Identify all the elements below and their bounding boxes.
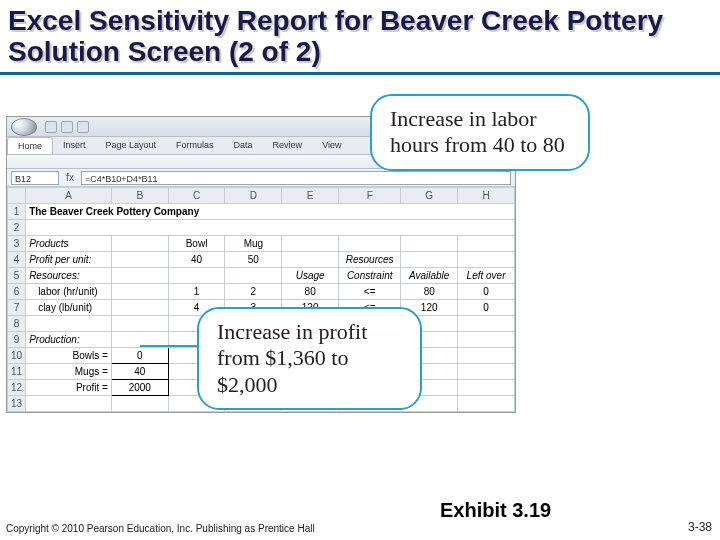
cell-A12[interactable]: Profit = [26, 380, 112, 396]
tab-home[interactable]: Home [7, 137, 53, 154]
cell-A9[interactable]: Production: [26, 332, 112, 348]
cell-F4[interactable]: Resources [339, 252, 401, 268]
cell-A3[interactable]: Products [26, 236, 112, 252]
slide-title-2: Solution Screen (2 of 2) [8, 36, 321, 67]
formula-bar[interactable]: =C4*B10+D4*B11 [81, 171, 511, 185]
callout-profit: Increase in profit from $1,360 to $2,000 [197, 307, 422, 410]
col-C[interactable]: C [168, 188, 225, 204]
cell-A10[interactable]: Bowls = [26, 348, 112, 364]
cell-H6[interactable]: 0 [458, 284, 515, 300]
cell-C6[interactable]: 1 [168, 284, 225, 300]
cell-E5[interactable]: Usage [282, 268, 339, 284]
cell-H5[interactable]: Left over [458, 268, 515, 284]
col-F[interactable]: F [339, 188, 401, 204]
cell-C4[interactable]: 40 [168, 252, 225, 268]
cell-A4[interactable]: Profit per unit: [26, 252, 112, 268]
cell-B3[interactable] [111, 236, 168, 252]
tab-review[interactable]: Review [263, 137, 313, 154]
cell-D4[interactable]: 50 [225, 252, 282, 268]
callout-labor-hours: Increase in labor hours from 40 to 80 [370, 94, 590, 171]
cell-G5[interactable]: Available [401, 268, 458, 284]
cell-row2[interactable] [26, 220, 515, 236]
col-E[interactable]: E [282, 188, 339, 204]
tab-formulas[interactable]: Formulas [166, 137, 224, 154]
callout-line-2 [140, 345, 197, 347]
quick-access-toolbar [45, 121, 89, 133]
tab-view[interactable]: View [312, 137, 351, 154]
slide-title-1: Excel Sensitivity Report for Beaver Cree… [8, 5, 663, 36]
cell-F6[interactable]: <= [339, 284, 401, 300]
col-B[interactable]: B [111, 188, 168, 204]
office-button-icon [11, 118, 37, 136]
cell-C3[interactable]: Bowl [168, 236, 225, 252]
copyright-text: Copyright © 2010 Pearson Education, Inc.… [6, 523, 346, 534]
cell-A5[interactable]: Resources: [26, 268, 112, 284]
cell-B10[interactable]: 0 [111, 348, 168, 364]
cell-H7[interactable]: 0 [458, 300, 515, 316]
corner-cell [8, 188, 26, 204]
name-box[interactable]: B12 [11, 171, 59, 185]
fx-icon: fx [63, 172, 77, 183]
cell-B11[interactable]: 40 [111, 364, 168, 380]
col-D[interactable]: D [225, 188, 282, 204]
cell-B12[interactable]: 2000 [111, 380, 168, 396]
cell-D6[interactable]: 2 [225, 284, 282, 300]
title-divider [0, 72, 720, 75]
cell-A6[interactable]: labor (hr/unit) [26, 284, 112, 300]
col-H[interactable]: H [458, 188, 515, 204]
cell-A11[interactable]: Mugs = [26, 364, 112, 380]
cell-G6[interactable]: 80 [401, 284, 458, 300]
col-A[interactable]: A [26, 188, 112, 204]
cell-F5[interactable]: Constraint [339, 268, 401, 284]
tab-page-layout[interactable]: Page Layout [96, 137, 167, 154]
tab-data[interactable]: Data [224, 137, 263, 154]
cell-E6[interactable]: 80 [282, 284, 339, 300]
exhibit-label: Exhibit 3.19 [440, 499, 551, 522]
cell-A1[interactable]: The Beaver Creek Pottery Company [26, 204, 515, 220]
page-number: 3-38 [688, 520, 712, 534]
cell-A7[interactable]: clay (lb/unit) [26, 300, 112, 316]
tab-insert[interactable]: Insert [53, 137, 96, 154]
cell-D3[interactable]: Mug [225, 236, 282, 252]
col-G[interactable]: G [401, 188, 458, 204]
